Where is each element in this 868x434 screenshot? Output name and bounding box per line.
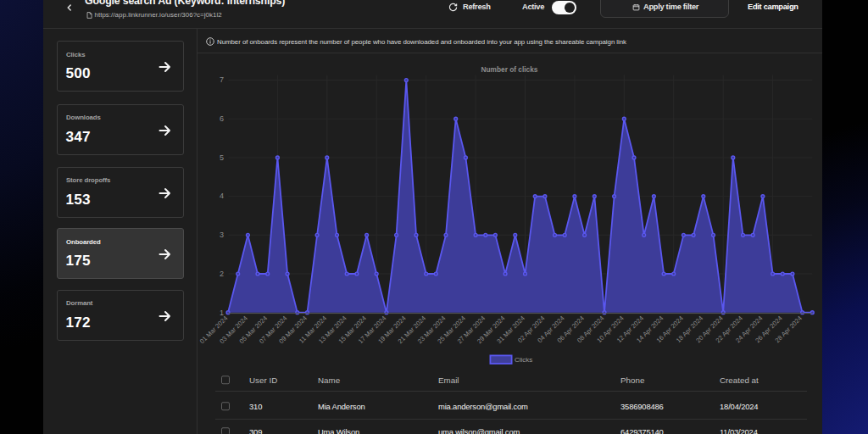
svg-text:2: 2 [220, 270, 224, 278]
svg-text:5: 5 [220, 153, 224, 162]
svg-text:7: 7 [220, 75, 224, 84]
svg-text:6: 6 [220, 114, 224, 123]
svg-text:4: 4 [220, 192, 224, 200]
svg-text:Number of clicks: Number of clicks [481, 65, 538, 74]
svg-text:Clicks: Clicks [515, 356, 532, 364]
svg-text:3: 3 [220, 231, 224, 239]
